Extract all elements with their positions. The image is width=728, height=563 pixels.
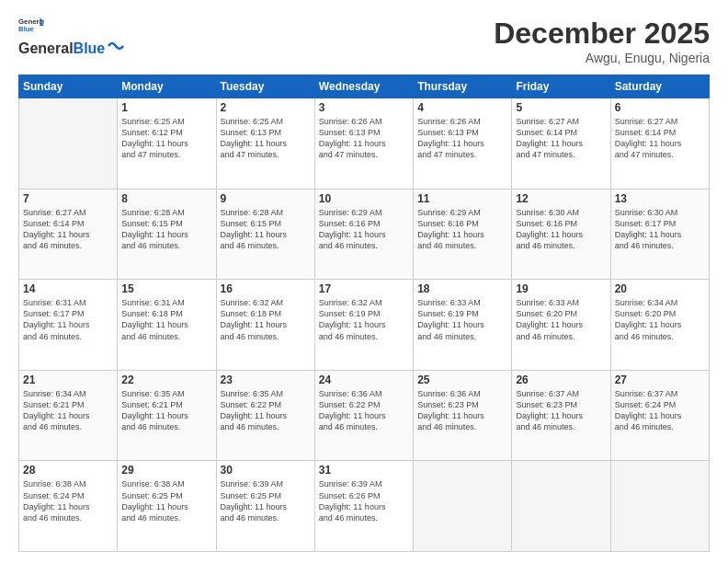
day-info: Sunrise: 6:26 AM Sunset: 6:13 PM Dayligh… (319, 116, 409, 161)
calendar-cell: 10Sunrise: 6:29 AM Sunset: 6:16 PM Dayli… (314, 189, 413, 280)
calendar-cell (610, 461, 709, 552)
day-number: 13 (615, 192, 705, 205)
calendar-cell: 13Sunrise: 6:30 AM Sunset: 6:17 PM Dayli… (610, 189, 709, 280)
day-info: Sunrise: 6:25 AM Sunset: 6:12 PM Dayligh… (121, 116, 211, 161)
day-info: Sunrise: 6:36 AM Sunset: 6:23 PM Dayligh… (417, 388, 507, 433)
day-number: 20 (615, 282, 705, 295)
day-info: Sunrise: 6:32 AM Sunset: 6:19 PM Dayligh… (319, 297, 409, 342)
day-number: 2 (221, 101, 311, 114)
day-info: Sunrise: 6:38 AM Sunset: 6:25 PM Dayligh… (121, 478, 211, 523)
day-info: Sunrise: 6:36 AM Sunset: 6:22 PM Dayligh… (319, 388, 409, 433)
calendar-cell: 7Sunrise: 6:27 AM Sunset: 6:14 PM Daylig… (19, 189, 118, 280)
svg-text:Blue: Blue (18, 25, 35, 33)
day-number: 1 (121, 101, 211, 114)
day-info: Sunrise: 6:37 AM Sunset: 6:24 PM Dayligh… (615, 388, 705, 433)
calendar-cell: 2Sunrise: 6:25 AM Sunset: 6:13 PM Daylig… (216, 98, 314, 190)
calendar-cell: 22Sunrise: 6:35 AM Sunset: 6:21 PM Dayli… (118, 370, 216, 461)
day-number: 10 (319, 192, 409, 205)
day-number: 14 (23, 282, 113, 295)
day-number: 19 (516, 282, 606, 295)
day-number: 27 (615, 373, 705, 386)
calendar-week-row: 1Sunrise: 6:25 AM Sunset: 6:12 PM Daylig… (19, 98, 710, 190)
day-number: 28 (23, 464, 113, 477)
logo-general: General (18, 40, 74, 57)
day-info: Sunrise: 6:34 AM Sunset: 6:21 PM Dayligh… (23, 388, 113, 433)
day-info: Sunrise: 6:34 AM Sunset: 6:20 PM Dayligh… (615, 297, 705, 342)
calendar-week-row: 21Sunrise: 6:34 AM Sunset: 6:21 PM Dayli… (19, 370, 710, 461)
calendar-cell: 12Sunrise: 6:30 AM Sunset: 6:16 PM Dayli… (512, 189, 610, 280)
day-number: 16 (221, 282, 311, 295)
calendar-cell: 1Sunrise: 6:25 AM Sunset: 6:12 PM Daylig… (118, 98, 216, 190)
day-info: Sunrise: 6:29 AM Sunset: 6:16 PM Dayligh… (319, 207, 409, 252)
day-number: 26 (516, 373, 606, 386)
calendar-cell: 28Sunrise: 6:38 AM Sunset: 6:24 PM Dayli… (19, 461, 118, 552)
calendar-week-row: 7Sunrise: 6:27 AM Sunset: 6:14 PM Daylig… (19, 189, 710, 280)
calendar-cell: 3Sunrise: 6:26 AM Sunset: 6:13 PM Daylig… (314, 98, 413, 190)
calendar-cell: 29Sunrise: 6:38 AM Sunset: 6:25 PM Dayli… (118, 461, 216, 552)
calendar-cell: 5Sunrise: 6:27 AM Sunset: 6:14 PM Daylig… (512, 98, 610, 190)
day-number: 18 (417, 282, 507, 295)
calendar-week-row: 28Sunrise: 6:38 AM Sunset: 6:24 PM Dayli… (19, 461, 710, 552)
day-number: 6 (615, 101, 705, 114)
day-number: 24 (319, 373, 409, 386)
day-info: Sunrise: 6:39 AM Sunset: 6:25 PM Dayligh… (221, 478, 311, 523)
calendar-cell: 18Sunrise: 6:33 AM Sunset: 6:19 PM Dayli… (414, 280, 512, 371)
calendar-cell: 20Sunrise: 6:34 AM Sunset: 6:20 PM Dayli… (610, 280, 709, 371)
calendar-cell: 21Sunrise: 6:34 AM Sunset: 6:21 PM Dayli… (19, 370, 118, 461)
day-number: 29 (121, 464, 211, 477)
day-number: 8 (121, 192, 211, 205)
day-number: 15 (121, 282, 211, 295)
calendar-cell (19, 98, 118, 190)
weekday-header: Wednesday (314, 75, 413, 98)
weekday-header: Friday (512, 75, 610, 98)
day-info: Sunrise: 6:29 AM Sunset: 6:16 PM Dayligh… (417, 207, 507, 252)
page: General Blue General Blue December 2025 … (0, 0, 728, 563)
location: Awgu, Enugu, Nigeria (494, 51, 710, 65)
calendar-cell: 26Sunrise: 6:37 AM Sunset: 6:23 PM Dayli… (512, 370, 610, 461)
day-number: 5 (516, 101, 606, 114)
calendar-cell: 31Sunrise: 6:39 AM Sunset: 6:26 PM Dayli… (314, 461, 413, 552)
calendar-table: SundayMondayTuesdayWednesdayThursdayFrid… (18, 75, 710, 552)
day-number: 9 (221, 192, 311, 205)
day-info: Sunrise: 6:26 AM Sunset: 6:13 PM Dayligh… (417, 116, 507, 161)
calendar-header-row: SundayMondayTuesdayWednesdayThursdayFrid… (19, 75, 710, 98)
day-info: Sunrise: 6:28 AM Sunset: 6:15 PM Dayligh… (221, 207, 311, 252)
day-info: Sunrise: 6:28 AM Sunset: 6:15 PM Dayligh… (121, 207, 211, 252)
day-number: 12 (516, 192, 606, 205)
calendar-cell: 11Sunrise: 6:29 AM Sunset: 6:16 PM Dayli… (414, 189, 512, 280)
month-title: December 2025 (494, 17, 710, 51)
day-info: Sunrise: 6:31 AM Sunset: 6:18 PM Dayligh… (121, 297, 211, 342)
weekday-header: Sunday (19, 75, 118, 98)
day-info: Sunrise: 6:35 AM Sunset: 6:22 PM Dayligh… (221, 388, 311, 433)
day-number: 3 (319, 101, 409, 114)
logo: General Blue General Blue (18, 17, 125, 57)
general-blue-icon: General Blue (18, 17, 44, 33)
calendar-cell: 27Sunrise: 6:37 AM Sunset: 6:24 PM Dayli… (610, 370, 709, 461)
weekday-header: Tuesday (216, 75, 314, 98)
day-info: Sunrise: 6:27 AM Sunset: 6:14 PM Dayligh… (516, 116, 606, 161)
day-info: Sunrise: 6:37 AM Sunset: 6:23 PM Dayligh… (516, 388, 606, 433)
weekday-header: Saturday (610, 75, 709, 98)
day-info: Sunrise: 6:33 AM Sunset: 6:20 PM Dayligh… (516, 297, 606, 342)
weekday-header: Monday (118, 75, 216, 98)
calendar-cell (414, 461, 512, 552)
day-info: Sunrise: 6:27 AM Sunset: 6:14 PM Dayligh… (23, 207, 113, 252)
calendar-cell: 17Sunrise: 6:32 AM Sunset: 6:19 PM Dayli… (314, 280, 413, 371)
calendar-cell: 9Sunrise: 6:28 AM Sunset: 6:15 PM Daylig… (216, 189, 314, 280)
calendar-cell (512, 461, 610, 552)
day-info: Sunrise: 6:32 AM Sunset: 6:18 PM Dayligh… (221, 297, 311, 342)
day-info: Sunrise: 6:35 AM Sunset: 6:21 PM Dayligh… (121, 388, 211, 433)
calendar-cell: 15Sunrise: 6:31 AM Sunset: 6:18 PM Dayli… (118, 280, 216, 371)
day-number: 4 (417, 101, 507, 114)
day-number: 25 (417, 373, 507, 386)
day-info: Sunrise: 6:25 AM Sunset: 6:13 PM Dayligh… (221, 116, 311, 161)
calendar-cell: 6Sunrise: 6:27 AM Sunset: 6:14 PM Daylig… (610, 98, 709, 190)
day-number: 23 (221, 373, 311, 386)
day-info: Sunrise: 6:39 AM Sunset: 6:26 PM Dayligh… (319, 478, 409, 523)
title-block: December 2025 Awgu, Enugu, Nigeria (494, 17, 710, 65)
calendar-week-row: 14Sunrise: 6:31 AM Sunset: 6:17 PM Dayli… (19, 280, 710, 371)
day-number: 21 (23, 373, 113, 386)
day-number: 30 (221, 464, 311, 477)
day-number: 17 (319, 282, 409, 295)
calendar-cell: 25Sunrise: 6:36 AM Sunset: 6:23 PM Dayli… (414, 370, 512, 461)
